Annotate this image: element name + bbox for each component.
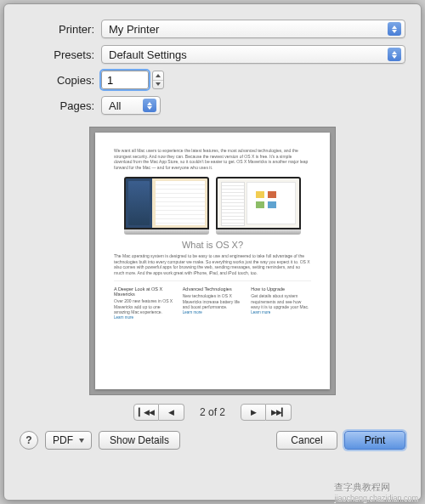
print-preview: We want all Mac users to experience the … xyxy=(89,127,336,395)
updown-icon xyxy=(143,99,156,112)
first-icon: ▎◀◀ xyxy=(139,408,154,416)
printer-select[interactable]: My Printer xyxy=(101,20,405,38)
pages-select[interactable]: All xyxy=(101,96,161,115)
updown-icon xyxy=(388,48,401,61)
preview-heading: What is OS X? xyxy=(114,240,311,250)
chevron-down-icon xyxy=(156,82,161,86)
last-page-button[interactable]: ▶▶▎ xyxy=(266,404,292,421)
presets-label: Presets: xyxy=(20,48,101,61)
first-page-button[interactable]: ▎◀◀ xyxy=(133,404,159,421)
help-button[interactable]: ? xyxy=(20,431,38,450)
stepper-up[interactable] xyxy=(153,71,163,81)
preview-col-title: Advanced Technologies xyxy=(183,286,243,292)
preview-col-title: A Deeper Look at OS X Mavericks xyxy=(114,286,174,297)
monitor-image xyxy=(124,177,209,235)
preview-link: Learn more xyxy=(183,310,243,314)
copies-label: Copies: xyxy=(20,74,101,87)
monitor-image xyxy=(216,177,301,235)
show-details-button[interactable]: Show Details xyxy=(99,431,180,450)
presets-select[interactable]: Default Settings xyxy=(101,45,405,64)
printer-value: My Printer xyxy=(109,23,159,36)
presets-value: Default Settings xyxy=(109,48,187,61)
pages-value: All xyxy=(109,99,121,112)
next-page-button[interactable]: ▶ xyxy=(241,404,266,421)
prev-icon: ◀ xyxy=(168,408,173,416)
updown-icon xyxy=(388,22,401,36)
pager-fwd-group: ▶ ▶▶▎ xyxy=(241,404,292,421)
preview-link: Learn more xyxy=(114,315,174,320)
pdf-menu-button[interactable]: PDF xyxy=(45,431,92,450)
last-icon: ▶▶▎ xyxy=(271,408,286,416)
stepper-down[interactable] xyxy=(153,81,163,89)
print-button[interactable]: Print xyxy=(344,431,405,450)
chevron-up-icon xyxy=(156,74,161,77)
next-icon: ▶ xyxy=(251,408,256,416)
copies-input[interactable] xyxy=(101,71,149,89)
pager-back-group: ▎◀◀ ◀ xyxy=(133,404,184,421)
preview-link: Learn more xyxy=(251,310,311,314)
printer-label: Printer: xyxy=(20,23,101,36)
copies-stepper[interactable] xyxy=(152,71,164,89)
cancel-button[interactable]: Cancel xyxy=(276,431,337,450)
preview-page: We want all Mac users to experience the … xyxy=(95,133,330,389)
pages-label: Pages: xyxy=(20,99,101,112)
prev-page-button[interactable]: ◀ xyxy=(159,404,184,421)
watermark: 查字典教程网 jiaocheng.chazidian.com xyxy=(334,481,418,502)
page-indicator: 2 of 2 xyxy=(200,406,225,418)
preview-col-title: How to Upgrade xyxy=(251,286,311,292)
pdf-label: PDF xyxy=(53,434,73,446)
